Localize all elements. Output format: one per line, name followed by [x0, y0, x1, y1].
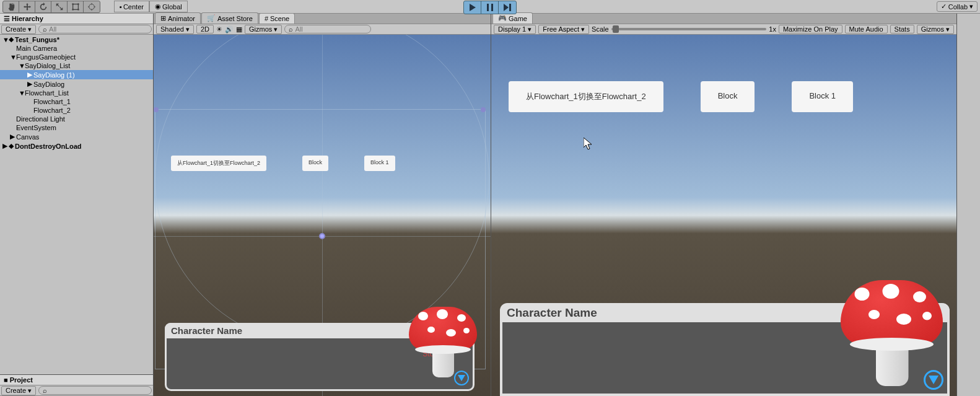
game-ui-button-1[interactable]: 从Flowchart_1切换至Flowchart_2: [509, 81, 663, 112]
pivot-mode-button[interactable]: ▪ Center: [114, 1, 149, 12]
play-button[interactable]: [464, 1, 481, 14]
scene-viewport[interactable]: 从Flowchart_1切换至Flowchart_2 Block Block 1…: [154, 35, 491, 396]
rect-tool[interactable]: [68, 1, 84, 12]
stats-toggle[interactable]: Stats: [890, 25, 914, 33]
top-toolbar: ▪ Center ◉ Global ✓ Collab ▾: [0, 0, 980, 14]
tab-animator[interactable]: ⊞ Animator: [155, 12, 201, 24]
pivot-rotation-group: ▪ Center ◉ Global: [114, 1, 188, 12]
rotate-tool[interactable]: [35, 1, 51, 12]
maximize-toggle[interactable]: Maximize On Play: [779, 25, 842, 33]
game-viewport[interactable]: 从Flowchart_1切换至Flowchart_2 Block Block 1…: [491, 35, 956, 396]
scene-toolbar: Shaded ▾ 2D ☀ 🔊 ▦ Gizmos ▾ ⌕All: [154, 24, 491, 35]
tree-item-selected[interactable]: ▶SayDialog (1): [0, 70, 153, 79]
play-controls: [463, 1, 517, 14]
tree-item[interactable]: ▶SayDialog: [0, 79, 153, 89]
scale-tool[interactable]: [51, 1, 68, 12]
search-icon: ⌕: [43, 25, 47, 33]
project-search-input[interactable]: ⌕: [38, 386, 152, 395]
hierarchy-create-button[interactable]: Create ▾: [1, 25, 36, 34]
fx-icon[interactable]: ▦: [236, 25, 242, 33]
hierarchy-search-input[interactable]: ⌕All: [38, 25, 152, 33]
scene-search-input[interactable]: ⌕All: [284, 25, 371, 33]
hierarchy-title: Hierarchy: [12, 15, 43, 22]
game-gizmos-dropdown[interactable]: Gizmos ▾: [917, 25, 954, 34]
scale-slider[interactable]: 1x: [611, 25, 776, 33]
svg-rect-6: [487, 4, 489, 11]
tree-item-dontdestroy[interactable]: ▶◆ DontDestroyOnLoad: [0, 141, 153, 151]
svg-rect-7: [491, 4, 493, 11]
center-handle[interactable]: [319, 233, 325, 239]
rect-handle[interactable]: [481, 107, 486, 112]
tree-item[interactable]: ▼Flowchart_List: [0, 89, 153, 97]
step-button[interactable]: [499, 1, 516, 14]
slider-thumb[interactable]: [613, 25, 619, 33]
hierarchy-toolbar: Create ▾ ⌕All: [0, 24, 153, 35]
transform-tools: [2, 1, 100, 13]
hierarchy-panel: ☰ Hierarchy Create ▾ ⌕All ▼◆ Test_Fungus…: [0, 14, 154, 396]
scene-ui-button-2: Block: [302, 156, 328, 171]
collab-label: Collab: [948, 3, 968, 11]
shading-mode-dropdown[interactable]: Shaded ▾: [156, 25, 194, 34]
scene-ui-button-3: Block 1: [364, 156, 395, 171]
2d-toggle[interactable]: 2D: [196, 25, 214, 33]
svg-point-5: [89, 4, 95, 9]
collab-button[interactable]: ✓ Collab ▾: [937, 1, 978, 12]
tab-asset-store[interactable]: 🛒 Asset Store: [201, 12, 258, 24]
project-title: Project: [10, 376, 33, 384]
aspect-dropdown[interactable]: Free Aspect ▾: [538, 25, 589, 34]
svg-point-2: [77, 3, 79, 5]
rotation-mode-button[interactable]: ◉ Global: [149, 1, 188, 12]
hierarchy-tab[interactable]: ☰ Hierarchy: [0, 14, 153, 24]
game-ui-button-2[interactable]: Block: [701, 81, 755, 112]
scene-panel: ⊞ Animator 🛒 Asset Store # Scene Shaded …: [154, 14, 491, 396]
rect-handle[interactable]: [154, 107, 159, 112]
game-tabs-row: 🎮 Game: [491, 14, 956, 24]
game-panel: 🎮 Game Display 1 ▾ Free Aspect ▾ Scale 1…: [491, 14, 956, 396]
svg-rect-0: [72, 4, 78, 9]
svg-point-4: [77, 9, 79, 11]
rotation-label: Global: [162, 3, 182, 11]
center-area: ⊞ Animator 🛒 Asset Store # Scene Shaded …: [154, 14, 956, 396]
tree-item-scene[interactable]: ▼◆ Test_Fungus*: [0, 35, 153, 44]
move-tool[interactable]: [19, 1, 35, 12]
scale-value: 1x: [769, 25, 776, 33]
svg-point-1: [72, 3, 74, 5]
tree-item[interactable]: ▼FungusGameobject: [0, 53, 153, 61]
scene-ui-button-1: 从Flowchart_1切换至Flowchart_2: [171, 156, 266, 171]
hand-tool[interactable]: [3, 1, 19, 12]
gizmos-dropdown[interactable]: Gizmos ▾: [245, 25, 282, 34]
pause-button[interactable]: [481, 1, 499, 14]
project-panel: ■ Project Create ▾ ⌕: [0, 374, 153, 396]
right-panel-strip: [956, 14, 980, 396]
game-toolbar: Display 1 ▾ Free Aspect ▾ Scale 1x Maxim…: [491, 24, 956, 35]
project-toolbar: Create ▾ ⌕: [0, 385, 153, 396]
scale-label: Scale: [592, 25, 609, 33]
tree-item[interactable]: ▶Canvas: [0, 132, 153, 141]
tree-item[interactable]: ▼SayDialog_List: [0, 61, 153, 70]
search-icon: ⌕: [43, 387, 47, 394]
tree-item[interactable]: Main Camera: [0, 44, 153, 53]
lighting-icon[interactable]: ☀: [216, 25, 222, 33]
scene-tabs-row: ⊞ Animator 🛒 Asset Store # Scene: [154, 14, 491, 24]
project-tab[interactable]: ■ Project: [0, 375, 153, 385]
game-ui-buttons: 从Flowchart_1切换至Flowchart_2 Block Block 1: [509, 81, 853, 112]
svg-point-3: [72, 9, 74, 11]
game-ui-button-3[interactable]: Block 1: [792, 81, 853, 112]
game-mushroom-sprite: [841, 280, 943, 386]
tree-item[interactable]: EventSystem: [0, 123, 153, 132]
tab-scene[interactable]: # Scene: [259, 13, 295, 24]
tree-item[interactable]: Directional Light: [0, 115, 153, 123]
mute-toggle[interactable]: Mute Audio: [845, 25, 888, 33]
project-create-button[interactable]: Create ▾: [1, 386, 36, 395]
svg-rect-8: [509, 4, 511, 11]
hierarchy-tree: ▼◆ Test_Fungus* Main Camera ▼FungusGameo…: [0, 35, 153, 374]
scene-ui-buttons: 从Flowchart_1切换至Flowchart_2 Block Block 1: [171, 156, 395, 171]
audio-icon[interactable]: 🔊: [225, 25, 234, 33]
pivot-label: Center: [123, 3, 144, 11]
tree-item[interactable]: Flowchart_2: [0, 106, 153, 115]
tree-item[interactable]: Flowchart_1: [0, 97, 153, 106]
search-icon: ⌕: [289, 25, 293, 33]
transform-tool[interactable]: [84, 1, 100, 12]
display-dropdown[interactable]: Display 1 ▾: [494, 25, 536, 34]
mushroom-sprite: [409, 307, 477, 377]
